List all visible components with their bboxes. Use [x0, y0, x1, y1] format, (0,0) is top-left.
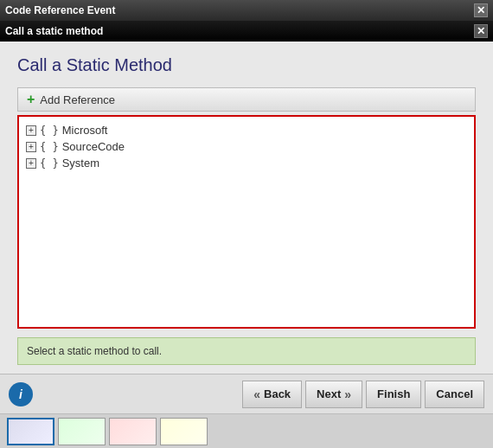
add-reference-button[interactable]: + Add Reference	[17, 87, 476, 112]
expand-icon[interactable]: +	[26, 142, 36, 152]
outer-title-text: Code Reference Event	[5, 4, 115, 16]
main-content: Call a Static Method + Add Reference + {…	[0, 42, 493, 374]
bottom-toolbar: i « Back Next » Finish Cancel	[0, 374, 493, 413]
finish-label: Finish	[377, 387, 410, 400]
tree-container: + { } Microsoft + { } SourceCode + { } S…	[17, 115, 476, 329]
cancel-button[interactable]: Cancel	[425, 381, 484, 408]
finish-button[interactable]: Finish	[366, 381, 421, 408]
back-button[interactable]: « Back	[242, 381, 302, 408]
outer-window: Code Reference Event ✕ Call a static met…	[0, 0, 493, 448]
back-arrow-icon: «	[253, 387, 260, 401]
inner-title-bar: Call a static method ✕	[0, 21, 493, 42]
namespace-icon: { }	[40, 157, 59, 170]
info-icon: i	[9, 382, 33, 406]
expand-icon[interactable]: +	[26, 158, 36, 169]
inner-title-text: Call a static method	[5, 25, 103, 37]
tree-item[interactable]: + { } System	[22, 155, 471, 171]
tree-item-label: SourceCode	[62, 140, 125, 153]
add-reference-label: Add Reference	[40, 93, 115, 106]
thumbnail-3[interactable]	[109, 418, 157, 445]
next-arrow-icon: »	[344, 387, 351, 401]
status-bar: Select a static method to call.	[17, 337, 476, 365]
next-label: Next	[317, 387, 341, 400]
namespace-icon: { }	[40, 125, 59, 137]
tree-item-label: Microsoft	[62, 124, 108, 137]
namespace-icon: { }	[40, 141, 59, 153]
expand-icon[interactable]: +	[26, 125, 36, 136]
thumbnail-4[interactable]	[160, 418, 208, 445]
cancel-label: Cancel	[436, 387, 473, 400]
next-button[interactable]: Next »	[305, 381, 362, 408]
plus-icon: +	[27, 93, 35, 106]
back-label: Back	[264, 387, 291, 400]
tree-item[interactable]: + { } Microsoft	[22, 122, 471, 138]
outer-title-bar: Code Reference Event ✕	[0, 0, 493, 21]
inner-close-button[interactable]: ✕	[474, 24, 488, 38]
thumbnail-2[interactable]	[58, 418, 106, 445]
status-message: Select a static method to call.	[27, 345, 162, 357]
tree-item-label: System	[62, 157, 99, 170]
thumbnail-1[interactable]	[7, 418, 54, 445]
page-title: Call a Static Method	[17, 55, 476, 75]
tree-item[interactable]: + { } SourceCode	[22, 138, 471, 155]
outer-close-button[interactable]: ✕	[474, 3, 488, 17]
thumbnail-strip	[0, 413, 493, 448]
